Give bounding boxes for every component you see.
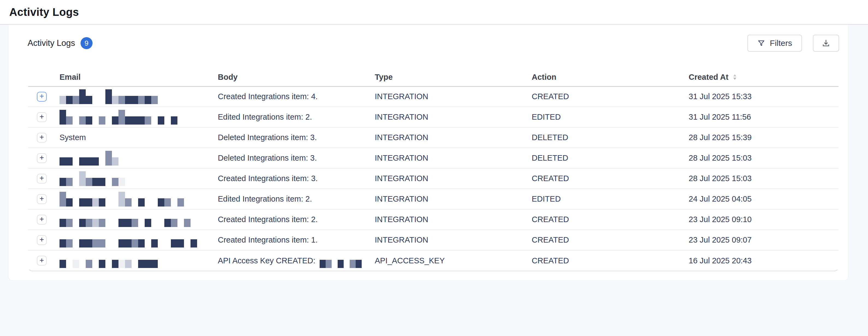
table-row: +Created Integrations item: 4.INTEGRATIO… [28,86,839,107]
expand-row-button[interactable]: + [37,256,47,265]
column-header-body-label: Body [218,73,238,81]
action-cell: DELETED [532,127,689,148]
expand-row-button[interactable]: + [37,215,47,225]
table-row: +Edited Integrations item: 2.INTEGRATION… [28,107,839,127]
created-at-cell: 31 Jul 2025 11:56 [689,107,839,127]
expand-row-button[interactable]: + [37,153,47,163]
activity-table: Email Body Type Action Created At [28,68,839,271]
action-cell: DELETED [532,148,689,168]
column-header-type-label: Type [375,73,393,81]
expander-cell: + [28,209,60,230]
activity-logs-page: Activity Logs Activity Logs 9 Filters [0,0,868,281]
expander-cell: + [28,107,60,127]
expander-cell: + [28,230,60,250]
body-value: Created Integrations item: 3. [218,174,318,183]
filter-funnel-icon [757,39,765,47]
table-row: +Created Integrations item: 2.INTEGRATIO… [28,209,839,230]
body-cell: Created Integrations item: 3. [218,168,375,189]
activity-logs-card: Activity Logs 9 Filters [8,25,848,281]
created-at-cell: 23 Jul 2025 09:07 [689,230,839,250]
expander-cell: + [28,168,60,189]
panel-title-group: Activity Logs 9 [28,37,93,49]
column-header-action-label: Action [532,73,556,81]
email-value: System [60,133,86,142]
body-cell: Edited Integrations item: 2. [218,107,375,127]
created-at-cell: 28 Jul 2025 15:39 [689,127,839,148]
body-cell: Deleted Integrations item: 3. [218,127,375,148]
sort-arrows-icon[interactable] [732,74,737,81]
email-cell [60,168,218,189]
expand-row-button[interactable]: + [37,235,47,245]
body-value: Created Integrations item: 1. [218,235,318,245]
body-value: Deleted Integrations item: 3. [218,153,317,163]
created-at-cell: 31 Jul 2025 15:33 [689,86,839,107]
body-cell: Created Integrations item: 1. [218,230,375,250]
body-cell: API Access Key CREATED: [218,250,375,271]
redacted-text [320,253,362,268]
column-header-body: Body [218,68,375,86]
email-cell [60,189,218,209]
table-row: +SystemDeleted Integrations item: 3.INTE… [28,127,839,148]
filters-button-label: Filters [770,38,792,48]
page-header: Activity Logs [0,0,868,25]
export-download-button[interactable] [813,35,839,52]
panel-title: Activity Logs [28,38,75,48]
redacted-text [60,212,190,227]
type-cell: INTEGRATION [375,189,532,209]
action-cell: EDITED [532,189,689,209]
expand-row-button[interactable]: + [37,133,47,143]
redacted-text [60,171,125,186]
type-cell: INTEGRATION [375,230,532,250]
filters-button[interactable]: Filters [747,35,802,52]
redacted-text [60,151,119,166]
email-cell: System [60,127,218,148]
redacted-text [60,89,158,104]
expander-cell: + [28,86,60,107]
redacted-text [60,192,184,206]
panel-actions: Filters [747,35,839,52]
expander-cell: + [28,127,60,148]
table-header-row: Email Body Type Action Created At [28,68,839,86]
body-cell: Created Integrations item: 4. [218,86,375,107]
type-cell: INTEGRATION [375,107,532,127]
table-row: +Created Integrations item: 1.INTEGRATIO… [28,230,839,250]
created-at-cell: 28 Jul 2025 15:03 [689,148,839,168]
column-header-expander [28,68,60,86]
expander-cell: + [28,250,60,271]
table-row: +Edited Integrations item: 2.INTEGRATION… [28,189,839,209]
redacted-text [60,253,158,268]
type-cell: INTEGRATION [375,209,532,230]
email-cell [60,148,218,168]
action-cell: CREATED [532,230,689,250]
column-header-email: Email [60,68,218,86]
redacted-text [60,233,197,248]
action-cell: CREATED [532,250,689,271]
email-cell [60,86,218,107]
redacted-text [60,110,178,124]
type-cell: API_ACCESS_KEY [375,250,532,271]
body-cell: Created Integrations item: 2. [218,209,375,230]
page-title: Activity Logs [9,6,79,18]
created-at-cell: 24 Jul 2025 04:05 [689,189,839,209]
created-at-cell: 28 Jul 2025 15:03 [689,168,839,189]
action-cell: CREATED [532,209,689,230]
body-value: Created Integrations item: 4. [218,92,318,101]
expand-row-button[interactable]: + [37,92,47,102]
expander-cell: + [28,189,60,209]
expander-cell: + [28,148,60,168]
created-at-cell: 23 Jul 2025 09:10 [689,209,839,230]
expand-row-button[interactable]: + [37,174,47,184]
table-row: +API Access Key CREATED:API_ACCESS_KEYCR… [28,250,839,271]
action-cell: CREATED [532,168,689,189]
table-row: +Deleted Integrations item: 3.INTEGRATIO… [28,148,839,168]
column-header-created-at[interactable]: Created At [689,68,839,86]
created-at-cell: 16 Jul 2025 20:43 [689,250,839,271]
type-cell: INTEGRATION [375,168,532,189]
expand-row-button[interactable]: + [37,112,47,122]
column-header-type: Type [375,68,532,86]
body-value: Edited Integrations item: 2. [218,195,312,203]
email-cell [60,250,218,271]
column-header-email-label: Email [60,73,81,81]
expand-row-button[interactable]: + [37,194,47,204]
action-cell: CREATED [532,86,689,107]
